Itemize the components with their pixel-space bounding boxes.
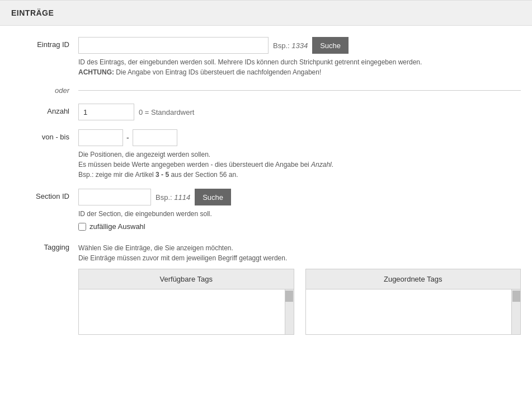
available-tags-table: Verfügbare Tags [78, 269, 294, 335]
anzahl-label: Anzahl [11, 104, 78, 115]
tags-tables: Verfügbare Tags Zugeordnete Tags [78, 269, 521, 335]
von-bis-inputs: - [78, 129, 521, 146]
available-tags-scrollbar-thumb [285, 291, 293, 302]
tagging-help-line2: Die Einträge müssen zuvor mit dem jeweil… [78, 254, 287, 262]
eintrag-id-input-row: Bsp.: 1334 Suche [78, 37, 521, 54]
von-bis-help-line3-prefix: Bsp.: zeige mir die Artikel [78, 171, 156, 179]
eintrag-id-help-line1: ID des Eintrags, der eingebunden werden … [78, 58, 422, 66]
assigned-tags-table: Zugeordnete Tags [305, 269, 521, 335]
section-id-input-row: Bsp.: 1114 Suche [78, 189, 521, 205]
eintrag-id-label: Eintrag ID [11, 37, 78, 49]
section-id-label: Section ID [11, 189, 78, 200]
oder-label: oder [11, 86, 78, 95]
section-id-help-text: ID der Section, die eingebunden werden s… [78, 210, 212, 218]
von-bis-bold: 3 - 5 [156, 171, 169, 179]
von-bis-help-anzahl: Anzahl [311, 161, 332, 169]
section-id-content: Bsp.: 1114 Suche ID der Section, die ein… [78, 189, 521, 231]
tagging-row: Tagging Wählen Sie die Einträge, die Sie… [11, 240, 521, 335]
anzahl-row: Anzahl 0 = Standardwert [11, 104, 521, 120]
von-bis-content: - Die Positionen, die angezeigt werden s… [78, 129, 521, 180]
anzahl-input-row: 0 = Standardwert [78, 104, 521, 120]
von-bis-dash: - [126, 133, 129, 142]
section-id-input[interactable] [78, 189, 151, 205]
assigned-tags-scrollbar[interactable] [511, 289, 520, 334]
available-tags-scrollbar[interactable] [285, 289, 294, 334]
oder-line [78, 90, 521, 91]
eintrag-id-achtung-rest: Die Angabe von Eintrag IDs übersteuert d… [114, 68, 321, 76]
von-bis-help-line3-rest: aus der Section 56 an. [169, 171, 238, 179]
eintrag-id-help: ID des Eintrags, der eingebunden werden … [78, 57, 521, 77]
tagging-help-line1: Wählen Sie die Einträge, die Sie anzeige… [78, 244, 233, 252]
von-bis-row: von - bis - Die Positionen, die angezeig… [11, 129, 521, 180]
assigned-tags-body[interactable] [306, 289, 521, 334]
section-id-search-button[interactable]: Suche [195, 189, 231, 205]
assigned-tags-scrollbar-thumb [512, 291, 520, 302]
available-tags-body[interactable] [79, 289, 294, 334]
von-input[interactable] [78, 129, 123, 146]
zufaellig-checkbox[interactable] [78, 223, 86, 231]
eintrag-id-input[interactable] [78, 37, 269, 54]
tagging-label: Tagging [11, 240, 78, 251]
von-bis-help: Die Positionen, die angezeigt werden sol… [78, 149, 521, 180]
von-bis-help-line2-dot: . [332, 161, 333, 169]
von-bis-label: von - bis [11, 129, 78, 141]
eintrag-id-search-button[interactable]: Suche [312, 37, 349, 54]
eintrag-id-content: Bsp.: 1334 Suche ID des Eintrags, der ei… [78, 37, 521, 77]
bis-input[interactable] [133, 129, 177, 146]
eintrag-id-row: Eintrag ID Bsp.: 1334 Suche ID des Eintr… [11, 37, 521, 77]
anzahl-input[interactable] [78, 104, 134, 120]
eintrag-id-example: Bsp.: 1334 [273, 41, 308, 50]
von-bis-help-line1: Die Positionen, die angezeigt werden sol… [78, 151, 210, 158]
section-id-row: Section ID Bsp.: 1114 Suche ID der Secti… [11, 189, 521, 231]
section-id-help: ID der Section, die eingebunden werden s… [78, 209, 521, 219]
von-bis-help-line2-prefix: Es müssen beide Werte angegeben werden -… [78, 161, 311, 169]
zufaellig-label[interactable]: zufällige Auswahl [90, 222, 145, 231]
assigned-tags-header: Zugeordnete Tags [306, 269, 521, 289]
section-title: EINTRÄGE [11, 8, 54, 17]
tagging-content: Wählen Sie die Einträge, die Sie anzeige… [78, 240, 521, 335]
anzahl-help: 0 = Standardwert [139, 108, 194, 116]
tagging-help: Wählen Sie die Einträge, die Sie anzeige… [78, 243, 521, 263]
section-header: EINTRÄGE [0, 0, 532, 26]
eintrag-id-achtung: ACHTUNG: [78, 68, 114, 76]
oder-row: oder [11, 86, 521, 95]
section-id-example: Bsp.: 1114 [156, 193, 190, 202]
available-tags-header: Verfügbare Tags [79, 269, 294, 289]
zufaellig-row: zufällige Auswahl [78, 222, 521, 231]
anzahl-content: 0 = Standardwert [78, 104, 521, 120]
